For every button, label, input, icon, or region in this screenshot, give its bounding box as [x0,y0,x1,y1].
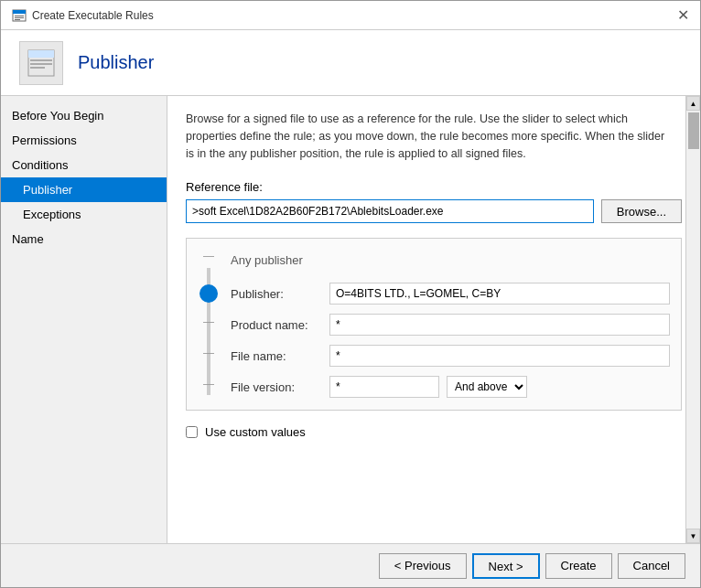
window-icon [12,8,27,23]
create-button[interactable]: Create [545,553,612,579]
custom-values-checkbox[interactable] [186,426,198,438]
sidebar-item-conditions[interactable]: Conditions [1,153,167,177]
main-window: Create Executable Rules ✕ Publisher Befo… [0,0,701,588]
sidebar-item-before-you-begin[interactable]: Before You Begin [1,103,167,128]
previous-button[interactable]: < Previous [379,553,467,579]
publisher-row: Publisher: [231,282,670,305]
scroll-up-arrow[interactable]: ▲ [686,96,700,111]
custom-values-label[interactable]: Use custom values [205,425,306,439]
product-name-input[interactable] [329,314,670,336]
close-icon[interactable]: ✕ [677,8,689,23]
svg-rect-6 [28,50,54,58]
reference-file-row: Browse... [186,199,682,223]
publisher-input[interactable] [329,283,670,305]
main-panel: Browse for a signed file to use as a ref… [167,96,700,543]
sidebar: Before You Begin Permissions Conditions … [1,96,167,543]
slider-fields: Any publisher Publisher: Product name: [231,250,670,399]
content-area: Before You Begin Permissions Conditions … [1,96,700,543]
svg-rect-2 [15,16,24,16]
slider-container: — — — — Any publisher [186,238,682,411]
svg-rect-1 [13,10,26,14]
scroll-thumb[interactable] [688,112,699,149]
cancel-button[interactable]: Cancel [618,553,685,579]
browse-button[interactable]: Browse... [601,199,682,223]
svg-rect-9 [30,67,45,69]
svg-rect-3 [15,17,24,18]
description-text: Browse for a signed file to use as a ref… [186,111,682,162]
file-name-row: File name: [231,344,670,368]
version-select[interactable]: And above And below Exactly [447,376,527,398]
product-name-row: Product name: [231,313,670,337]
custom-values-row: Use custom values [186,425,682,439]
footer: < Previous Next > Create Cancel [1,543,700,587]
reference-file-input[interactable] [186,199,594,223]
slider-track[interactable]: — — — — [198,250,220,399]
window-title: Create Executable Rules [32,9,154,22]
next-button[interactable]: Next > [472,553,540,579]
dialog-header: Publisher [1,30,700,96]
sidebar-item-name[interactable]: Name [1,227,167,251]
svg-rect-8 [30,63,52,65]
sidebar-item-publisher[interactable]: Publisher [1,177,167,202]
file-name-field-label: File name: [231,349,322,363]
header-title: Publisher [78,52,154,73]
product-name-field-label: Product name: [231,318,322,332]
reference-file-label: Reference file: [186,180,682,194]
any-publisher-row: Any publisher [231,250,670,274]
file-version-field-label: File version: [231,380,322,394]
file-version-input[interactable] [329,376,439,398]
svg-rect-7 [30,59,52,61]
scrollbar[interactable]: ▲ ▼ [685,96,700,543]
title-bar: Create Executable Rules ✕ [1,1,700,30]
scroll-down-arrow[interactable]: ▼ [686,529,700,543]
publisher-field-label: Publisher: [231,287,322,301]
publisher-icon [19,41,63,85]
file-name-input[interactable] [329,345,670,367]
sidebar-item-permissions[interactable]: Permissions [1,128,167,153]
svg-rect-4 [15,19,20,20]
main-content: Browse for a signed file to use as a ref… [167,96,700,543]
any-publisher-label: Any publisher [231,253,303,267]
sidebar-item-exceptions[interactable]: Exceptions [1,202,167,227]
file-version-row: File version: And above And below Exactl… [231,375,670,399]
header-svg-icon [25,47,58,80]
title-bar-left: Create Executable Rules [12,8,154,23]
slider-thumb[interactable] [200,284,218,303]
